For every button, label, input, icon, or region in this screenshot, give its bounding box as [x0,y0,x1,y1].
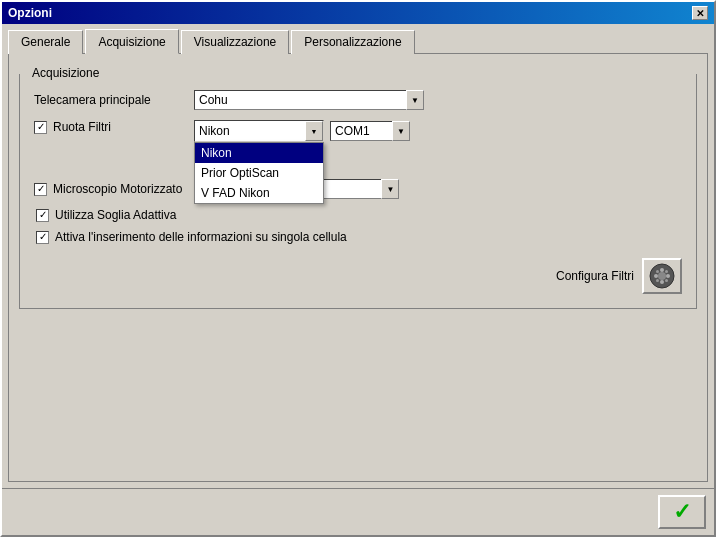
microscopio-checkbox-container: Microscopio Motorizzato [34,182,194,196]
telecamera-row: Telecamera principale Cohu ▼ [34,90,682,110]
filter-icon [648,262,676,290]
telecamera-select[interactable]: Cohu [194,90,424,110]
tab-generale[interactable]: Generale [8,30,83,54]
svg-point-2 [654,274,658,278]
bottom-bar: ✓ [2,488,714,535]
ruota-option-vfad[interactable]: V FAD Nikon [195,183,323,203]
ruota-controls: Nikon ▼ Nikon Prior OptiScan V FAD Nikon [194,120,410,142]
configura-row: Configura Filtri [34,258,682,294]
svg-point-3 [666,274,670,278]
ruota-checkbox[interactable] [34,121,47,134]
ruota-option-prior[interactable]: Prior OptiScan [195,163,323,183]
ruota-section: Ruota Filtri Nikon ▼ [34,120,682,142]
microscopio-label: Microscopio Motorizzato [53,182,182,196]
configura-label: Configura Filtri [556,269,634,283]
main-window: Opzioni ✕ Generale Acquisizione Visualiz… [0,0,716,537]
acquisizione-group: Acquisizione Telecamera principale Cohu … [19,74,697,309]
telecamera-select-wrapper: Cohu ▼ [194,90,424,110]
ok-checkmark: ✓ [673,501,691,523]
tabs-bar: Generale Acquisizione Visualizzazione Pe… [8,30,708,54]
microscopio-row: Microscopio Motorizzato COM1 COM2 COM3 C… [34,178,682,200]
ruota-com-wrapper: COM1 COM2 COM3 COM4 ▼ [330,121,410,141]
ruota-com-select[interactable]: COM1 COM2 COM3 COM4 [330,121,410,141]
ruota-device-select-display[interactable]: Nikon ▼ [194,120,324,142]
tab-personalizzazione[interactable]: Personalizzazione [291,30,414,54]
ruota-device-arrow: ▼ [305,121,323,141]
svg-point-5 [660,280,664,284]
tab-visualizzazione[interactable]: Visualizzazione [181,30,290,54]
ruota-device-wrapper: Nikon ▼ Nikon Prior OptiScan V FAD Nikon [194,120,324,142]
window-content: Generale Acquisizione Visualizzazione Pe… [2,24,714,488]
microscopio-checkbox[interactable] [34,183,47,196]
svg-point-9 [665,279,668,282]
title-bar: Opzioni ✕ [2,2,714,24]
ruota-device-value: Nikon [199,124,230,138]
tab-content-acquisizione: Acquisizione Telecamera principale Cohu … [8,53,708,482]
soglia-checkbox[interactable] [36,209,49,222]
soglia-row: Utilizza Soglia Adattiva [36,208,682,222]
group-label: Acquisizione [28,66,103,80]
ruota-device-dropdown: Nikon Prior OptiScan V FAD Nikon [194,142,324,204]
ruota-option-nikon[interactable]: Nikon [195,143,323,163]
svg-point-4 [660,268,664,272]
inserimento-row: Attiva l'inserimento delle informazioni … [36,230,682,244]
ok-button[interactable]: ✓ [658,495,706,529]
svg-point-7 [665,270,668,273]
svg-point-6 [656,270,659,273]
svg-point-1 [658,272,666,280]
telecamera-label: Telecamera principale [34,93,194,107]
ruota-label: Ruota Filtri [53,120,111,134]
tab-acquisizione[interactable]: Acquisizione [85,29,178,54]
soglia-label: Utilizza Soglia Adattiva [55,208,176,222]
window-title: Opzioni [8,6,52,20]
inserimento-label: Attiva l'inserimento delle informazioni … [55,230,347,244]
inserimento-checkbox[interactable] [36,231,49,244]
ruota-checkbox-container: Ruota Filtri [34,120,194,134]
svg-point-8 [656,279,659,282]
ruota-device-row: Nikon ▼ Nikon Prior OptiScan V FAD Nikon [194,120,410,142]
close-button[interactable]: ✕ [692,6,708,20]
configura-button[interactable] [642,258,682,294]
